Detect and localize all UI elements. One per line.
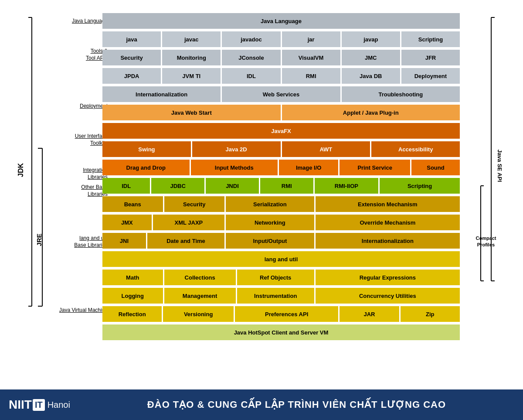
cell-xml-jaxp: XML JAXP bbox=[153, 215, 224, 230]
row-java-language: Java Language bbox=[102, 13, 460, 29]
cell-rmi-tools: RMI bbox=[282, 68, 340, 84]
cell-jar: jar bbox=[282, 31, 340, 47]
cell-jpda: JPDA bbox=[102, 68, 161, 84]
cell-jni: JNI bbox=[102, 233, 146, 249]
cell-intl-base: Internationalization bbox=[316, 233, 460, 249]
cell-java: java bbox=[102, 31, 161, 47]
it-box: IT bbox=[33, 399, 45, 411]
cell-jndi: JNDI bbox=[206, 178, 259, 194]
right-bracket-svg: Java SE API Compact Profiles bbox=[460, 13, 508, 310]
cell-drag-drop: Drag and Drop bbox=[102, 160, 190, 175]
cell-javafx: JavaFX bbox=[102, 123, 460, 139]
cell-concurrency: Concurrency Utilities bbox=[316, 288, 460, 304]
cell-beans: Beans bbox=[102, 196, 163, 212]
cell-java2d: Java 2D bbox=[192, 141, 281, 157]
cell-management: Management bbox=[164, 288, 236, 304]
center-grid: Java Language java javac javadoc jar jav… bbox=[102, 13, 460, 341]
cell-javadoc: javadoc bbox=[222, 31, 280, 47]
cell-security-base: Security bbox=[164, 196, 225, 212]
row-other-base-3: JNI Date and Time Input/Output Internati… bbox=[102, 233, 460, 249]
cell-image-io: Image I/O bbox=[279, 160, 338, 175]
svg-text:JDK: JDK bbox=[17, 163, 24, 177]
footer-tagline: ĐÀO TẠO & CUNG CẤP LẬP TRÌNH VIÊN CHẤT L… bbox=[79, 399, 514, 410]
cell-zip: Zip bbox=[401, 306, 460, 322]
cell-applet: Applet / Java Plug-in bbox=[282, 105, 460, 120]
cell-jfr: JFR bbox=[401, 50, 460, 65]
cell-math: Math bbox=[102, 270, 163, 285]
cell-idl: IDL bbox=[102, 178, 150, 194]
cell-print-service: Print Service bbox=[340, 160, 410, 175]
footer: NIIT IT Hanoi ĐÀO TẠO & CUNG CẤP LẬP TRÌ… bbox=[0, 389, 523, 420]
row-tools-3: JPDA JVM TI IDL RMI Java DB Deployment bbox=[102, 68, 460, 84]
row-ui-toolkits: Swing Java 2D AWT Accessibility bbox=[102, 141, 460, 157]
cell-security-tools: Security bbox=[102, 50, 161, 65]
niit-text: NIIT bbox=[9, 398, 32, 412]
row-jvm: Java HotSpot Client and Server VM bbox=[102, 324, 460, 340]
cell-awt: AWT bbox=[282, 141, 370, 157]
cell-swing: Swing bbox=[102, 141, 191, 157]
cell-internationalization: Internationalization bbox=[102, 86, 221, 102]
hanoi-text: Hanoi bbox=[48, 400, 70, 410]
cell-scripting-1: Scripting bbox=[401, 31, 460, 47]
cell-reflection: Reflection bbox=[102, 306, 162, 322]
cell-java-language: Java Language bbox=[102, 13, 460, 29]
cell-instrumentation: Instrumentation bbox=[237, 288, 314, 304]
cell-javadb: Java DB bbox=[342, 68, 400, 84]
svg-text:Profiles: Profiles bbox=[477, 242, 495, 247]
cell-jmc: JMC bbox=[342, 50, 400, 65]
cell-collections: Collections bbox=[164, 270, 236, 285]
cell-serialization: Serialization bbox=[226, 196, 314, 212]
cell-networking: Networking bbox=[226, 215, 314, 230]
cell-jconsole: JConsole bbox=[222, 50, 280, 65]
cell-monitoring: Monitoring bbox=[162, 50, 221, 65]
cell-regex: Regular Expressions bbox=[316, 270, 460, 285]
cell-preferences: Preferences API bbox=[235, 306, 338, 322]
cell-sound: Sound bbox=[411, 160, 460, 175]
svg-text:Java SE API: Java SE API bbox=[496, 150, 503, 182]
row-tools-1: java javac javadoc jar javap Scripting bbox=[102, 31, 460, 47]
row-other-base-2: JMX XML JAXP Networking Override Mechani… bbox=[102, 215, 460, 230]
niit-logo: NIIT IT Hanoi bbox=[9, 398, 70, 412]
cell-date-time: Date and Time bbox=[147, 233, 224, 249]
cell-webservices: Web Services bbox=[222, 86, 340, 102]
row-deployment: Java Web Start Applet / Java Plug-in bbox=[102, 105, 460, 120]
cell-jdbc: JDBC bbox=[151, 178, 204, 194]
row-other-base-1: Beans Security Serialization Extension M… bbox=[102, 196, 460, 212]
cell-logging: Logging bbox=[102, 288, 163, 304]
row-integration: IDL JDBC JNDI RMI RMI-IIOP Scripting bbox=[102, 178, 460, 194]
cell-extension: Extension Mechanism bbox=[316, 196, 460, 212]
main-container: JDK JRE Java Language bbox=[0, 0, 523, 420]
row-lang-1: Math Collections Ref Objects Regular Exp… bbox=[102, 270, 460, 285]
cell-versioning: Versioning bbox=[163, 306, 234, 322]
cell-visualvm: VisualVM bbox=[282, 50, 340, 65]
svg-text:JRE: JRE bbox=[35, 233, 43, 246]
cell-jvmti: JVM TI bbox=[162, 68, 221, 84]
cell-override: Override Mechanism bbox=[316, 215, 460, 230]
row-lang-util-header: lang and util bbox=[102, 251, 460, 267]
cell-scripting-int: Scripting bbox=[380, 178, 460, 194]
cell-ref-objects: Ref Objects bbox=[237, 270, 314, 285]
cell-idl-tools: IDL bbox=[222, 68, 280, 84]
cell-lang-util: lang and util bbox=[102, 251, 460, 267]
cell-troubleshooting: Troubleshooting bbox=[342, 86, 460, 102]
row-intl: Internationalization Web Services Troubl… bbox=[102, 86, 460, 102]
row-drag-drop: Drag and Drop Input Methods Image I/O Pr… bbox=[102, 160, 460, 175]
cell-accessibility: Accessibility bbox=[371, 141, 460, 157]
row-javafx: JavaFX bbox=[102, 123, 460, 139]
cell-jar: JAR bbox=[340, 306, 399, 322]
jdk-bracket-svg: JDK JRE bbox=[15, 13, 54, 310]
row-tools-2: Security Monitoring JConsole VisualVM JM… bbox=[102, 50, 460, 65]
cell-javac: javac bbox=[162, 31, 221, 47]
cell-deployment-tools: Deployment bbox=[401, 68, 460, 84]
cell-jmx: JMX bbox=[102, 215, 152, 230]
row-lang-2: Logging Management Instrumentation Concu… bbox=[102, 288, 460, 304]
cell-java-web-start: Java Web Start bbox=[102, 105, 281, 120]
diagram-area: JDK JRE Java Language bbox=[0, 0, 523, 389]
label-column: Java Language Tools &Tool APIs Deploymen… bbox=[54, 13, 102, 341]
cell-jvm: Java HotSpot Client and Server VM bbox=[102, 324, 460, 340]
cell-input-methods: Input Methods bbox=[191, 160, 278, 175]
cell-input-output: Input/Output bbox=[226, 233, 314, 249]
svg-text:Compact: Compact bbox=[475, 236, 496, 241]
row-lang-3: Reflection Versioning Preferences API JA… bbox=[102, 306, 460, 322]
cell-javap: javap bbox=[342, 31, 400, 47]
